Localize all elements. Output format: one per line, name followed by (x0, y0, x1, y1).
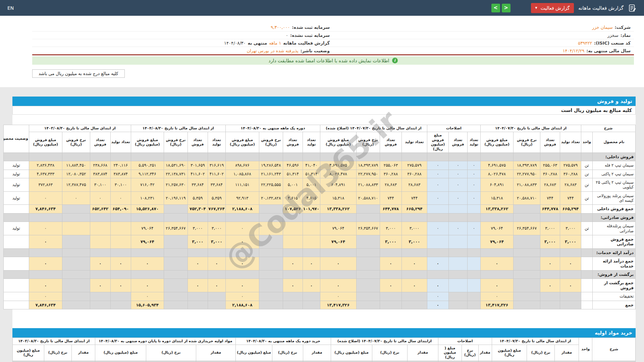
value-cell: ۴,۶۹۱,۵۷۵ (320, 161, 356, 170)
value-cell: ۴۱,۰۴۰ (303, 161, 320, 170)
value-cell: ۰ (467, 191, 480, 205)
value-cell: ۰ (467, 170, 480, 178)
header-subcolumn: تعداد تولید (467, 132, 480, 153)
table-row: جمع۱۳,۴۱۷,۳۲۶۰۱۳,۴۱۷,۳۲۶۲,۱۸۸,۶۰۸۱۵,۶۰۵,… (3, 301, 635, 309)
product-status-cell (3, 205, 29, 213)
value-cell (448, 205, 467, 213)
value-cell: ۲۰,۱۹۶,۱۱۹ (164, 191, 187, 205)
product-status-cell (3, 301, 29, 309)
value-cell: ۰ (448, 191, 467, 205)
table-cell (29, 153, 62, 161)
unit-cell: تن (581, 170, 593, 178)
language-switch-en[interactable]: EN (7, 5, 14, 11)
info-value: ۰ (286, 33, 288, 38)
header-subcolumn: نرخ فروش (ریال) (356, 132, 380, 153)
header-subcolumn: تعداد فروش (283, 132, 303, 153)
table-cell (259, 248, 283, 257)
value-cell: ۰ (110, 257, 131, 270)
value-cell (448, 292, 467, 301)
info-label: سرمایه ثبت نشده: (290, 33, 330, 38)
value-cell: ۱۱۱,۱۵۱ (225, 178, 259, 191)
value-cell: ۲۰,۱۳۲,۸۲۸ (259, 191, 283, 205)
value-cell (514, 205, 540, 213)
amounts-unit-note: کلیه مبالغ درج شده به میلیون ریال می باش… (32, 69, 125, 78)
value-cell: ۳,۰۰۰ (401, 222, 427, 235)
header-subcolumn: تعداد فروش (540, 132, 560, 153)
header-subcolumn: مبلغ (میلیون ریال) (13, 345, 44, 361)
info-right-cell: کد صنعت (ISIC):۵۳۹۴۲۲ (333, 41, 634, 46)
header-subcolumn: مبلغ فروش (میلیون ریال) (320, 132, 356, 153)
value-cell (208, 292, 225, 301)
header-description: شرح (592, 338, 636, 361)
info-label: کد صنعت (ISIC): (594, 41, 631, 46)
value-cell: ۲۲,۲۷۷,۹۵۰ (356, 170, 380, 178)
table-cell (3, 213, 29, 222)
value-cell: ۱۰۸,۲۳۱ (131, 191, 164, 205)
value-cell (356, 279, 380, 292)
header-subcolumn: نرخ فروش (ریال) (259, 132, 283, 153)
value-cell: ۰ (29, 235, 62, 249)
value-cell (448, 279, 467, 292)
previous-period-button[interactable]: < (491, 4, 500, 12)
table-row: سیمان پرتلندفله صادراتیتن۳,۰۰۰۳,۰۰۰۲۶,۳۵… (3, 222, 635, 235)
table-cell (401, 248, 427, 257)
value-cell (110, 301, 131, 309)
header-subcolumn: تعداد تولید (110, 132, 131, 153)
table-cell (62, 270, 90, 279)
report-type-dropdown[interactable]: گزارش فعالیت ▼ (531, 3, 574, 13)
value-cell (90, 292, 110, 301)
info-date: ۱۴۰۴/۰۸/۳۰ (224, 41, 246, 46)
table-cell (283, 270, 303, 279)
value-cell (427, 235, 448, 249)
value-cell: ۰ (90, 279, 110, 292)
unit-cell (581, 292, 593, 301)
product-status-cell: تولید (3, 222, 29, 235)
value-cell: ۷,۸۴۶,۶۳۴ (29, 301, 62, 309)
value-cell: ۳۷۲,۸۶۳ (29, 178, 62, 191)
table-cell (283, 213, 303, 222)
row-label: سیمان تیپ ۲ فله (593, 161, 636, 170)
info-value: ۵۳۹۴۲۲ (578, 41, 592, 46)
value-cell: ۳۶۰,۲۸۸ (540, 170, 560, 178)
value-cell: ۲۲,۱۳۸,۷۳۱ (164, 170, 187, 178)
table-cell (480, 213, 513, 222)
product-status-cell (3, 235, 29, 249)
value-cell (164, 301, 187, 309)
row-label: جمع برگشت از فروش (593, 279, 636, 292)
value-cell: ۰ (427, 161, 448, 170)
value-cell: ۷۴۴ (401, 191, 427, 205)
table-cell (164, 153, 187, 161)
value-cell: ۳۰,۱۰۰ (110, 178, 131, 191)
value-cell: ۱۵,۳۱۸ (320, 191, 356, 205)
header-subcolumn: مقدار (196, 345, 236, 361)
table-cell (225, 248, 259, 257)
value-cell: ۰ (467, 161, 480, 170)
table-cell (259, 270, 283, 279)
value-cell: ۷۹,۰۶۴ (320, 222, 356, 235)
value-cell: ۲۴۰,۱۱۶ (110, 161, 131, 170)
header-subcolumn: نرخ (ریال) (44, 345, 71, 361)
table-cell (380, 153, 401, 161)
value-cell: ۳۸۳,۸۷۴ (90, 170, 110, 178)
info-label: وضعیت ناشر: (301, 48, 330, 53)
info-value: ۱۴۰۴/۱۲/۲۹ (563, 48, 585, 53)
header-subcolumn: مقدار (407, 345, 438, 361)
table-cell (401, 213, 427, 222)
value-cell: ۰ (131, 279, 164, 292)
header-subcolumn: تعداد تولید (401, 132, 427, 153)
table-cell (29, 248, 62, 257)
value-cell (164, 235, 187, 249)
product-status-cell: تولید (3, 191, 29, 205)
value-cell: ۰ (225, 257, 259, 270)
value-cell: ۰ (467, 222, 480, 235)
table-cell (187, 213, 208, 222)
value-cell: ۸,۰۲۶,۴۷۸ (320, 170, 356, 178)
value-cell: ۰ (29, 279, 62, 292)
table-row: سیمان تیپ ۲ پاکتی ۲۵ کیلوییتن۲۸,۶۸۳۲۸,۶۸… (3, 178, 635, 191)
value-cell: ۵۱,۳۱۴ (303, 170, 320, 178)
unit-cell (581, 205, 593, 213)
value-cell: ۳,۰۰۰ (540, 222, 560, 235)
value-cell: ۰ (540, 257, 560, 270)
next-period-button[interactable]: > (502, 4, 511, 12)
value-cell: ۰ (90, 191, 110, 205)
